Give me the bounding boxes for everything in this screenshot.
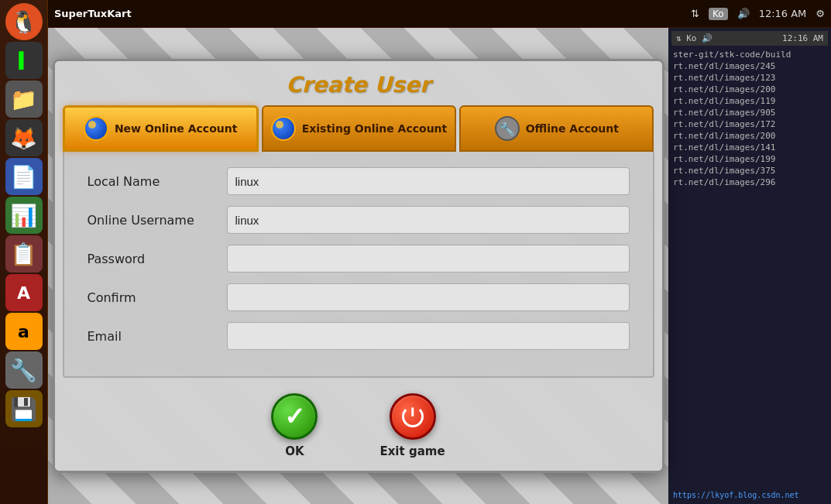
taskbar: SuperTuxKart ⇅ Ko 🔊 12:16 AM ⚙: [48, 0, 831, 28]
terminal-line-4: rt.net/dl/images/119: [671, 95, 828, 107]
firefox-icon[interactable]: 🦊: [5, 119, 43, 156]
exit-button[interactable]: [390, 393, 436, 440]
tab-new-online-label: New Online Account: [115, 122, 238, 135]
terminal-line-1: rt.net/dl/images/245: [671, 60, 828, 72]
confirm-row: Confirm: [88, 283, 630, 311]
terminal-line-5: rt.net/dl/images/905: [671, 107, 828, 118]
password-input[interactable]: [227, 245, 630, 273]
sidebar: 🐧 ▌ 📁 🦊 📄 📊 📋 A a 🔧 💾: [0, 0, 48, 504]
confirm-label: Confirm: [88, 290, 219, 305]
tab-existing-online[interactable]: Existing Online Account: [262, 105, 456, 152]
clock: 12:16 AM: [759, 8, 807, 19]
main-area: SuperTuxKart ⇅ Ko 🔊 12:16 AM ⚙ Create Us…: [48, 0, 831, 504]
terminal-line-6: rt.net/dl/images/172: [671, 118, 828, 130]
terminal-line-3: rt.net/dl/images/200: [671, 84, 828, 95]
dialog-buttons: OK Exit game: [55, 378, 662, 471]
tab-offline-label: Offline Account: [526, 122, 619, 135]
create-user-dialog: Create User New Online Account Existing …: [53, 59, 664, 473]
app-title: SuperTuxKart: [54, 8, 132, 19]
ok-button[interactable]: [271, 393, 318, 440]
amazon-icon[interactable]: a: [5, 313, 43, 350]
ok-label: OK: [285, 444, 304, 458]
terminal-line-10: rt.net/dl/images/375: [671, 165, 828, 177]
terminal-time: 12:16 AM: [782, 33, 823, 43]
email-input[interactable]: [227, 322, 630, 350]
new-online-icon: [84, 116, 108, 141]
terminal-panel: ⇅ Ko 🔊 12:16 AM ster-git/stk-code/build …: [668, 28, 831, 504]
taskbar-badge: Ko: [709, 8, 728, 20]
terminal-line-0: ster-git/stk-code/build: [671, 49, 828, 60]
exit-label: Exit game: [379, 444, 445, 458]
terminal-line-8: rt.net/dl/images/141: [671, 142, 828, 153]
form-area: Local Name Online Username Password Conf…: [63, 152, 654, 378]
online-username-row: Online Username: [88, 206, 630, 234]
password-row: Password: [88, 245, 630, 273]
impress-icon[interactable]: 📋: [5, 235, 43, 273]
dialog-title: Create User: [55, 61, 662, 105]
terminal-footer: https://lkyof.blog.csdn.net: [671, 489, 828, 501]
online-username-input[interactable]: [227, 206, 630, 234]
tab-existing-online-label: Existing Online Account: [302, 122, 448, 135]
exit-button-container[interactable]: Exit game: [379, 393, 445, 458]
local-name-label: Local Name: [88, 174, 219, 189]
password-label: Password: [88, 252, 219, 266]
terminal-line-9: rt.net/dl/images/199: [671, 153, 828, 165]
terminal-line-2: rt.net/dl/images/123: [671, 72, 828, 84]
terminal-icon[interactable]: ▌: [5, 42, 43, 79]
confirm-input[interactable]: [227, 283, 630, 311]
email-row: Email: [88, 322, 630, 350]
local-name-input[interactable]: [227, 167, 630, 195]
files-icon[interactable]: 📁: [5, 81, 43, 118]
game-background: Create User New Online Account Existing …: [48, 28, 668, 504]
email-label: Email: [88, 329, 219, 344]
font-manager-icon[interactable]: A: [5, 274, 43, 311]
existing-online-icon: [271, 116, 296, 141]
terminal-header: ⇅ Ko 🔊 12:16 AM: [671, 31, 828, 46]
terminal-title: ⇅ Ko 🔊: [676, 33, 713, 43]
tab-offline[interactable]: 🔧 Offline Account: [459, 105, 654, 152]
local-name-row: Local Name: [88, 167, 630, 195]
ok-button-container[interactable]: OK: [271, 393, 318, 458]
taskbar-controls: ⇅: [691, 8, 699, 19]
volume-icon: 🔊: [737, 8, 750, 19]
terminal-line-11: rt.net/dl/images/296: [671, 177, 828, 188]
checkmark-icon: [284, 402, 305, 431]
calc-icon[interactable]: 📊: [5, 197, 43, 234]
tools-icon[interactable]: 🔧: [5, 351, 43, 389]
terminal-line-7: rt.net/dl/images/200: [671, 130, 828, 142]
tab-new-online[interactable]: New Online Account: [63, 105, 259, 152]
ubuntu-icon[interactable]: 🐧: [5, 3, 43, 40]
account-type-tabs: New Online Account Existing Online Accou…: [63, 105, 654, 152]
power-icon: [402, 406, 424, 427]
settings-icon[interactable]: ⚙: [816, 8, 825, 19]
disk-icon[interactable]: 💾: [5, 390, 43, 427]
taskbar-right: ⇅ Ko 🔊 12:16 AM ⚙: [691, 8, 825, 20]
online-username-label: Online Username: [88, 213, 219, 228]
offline-icon: 🔧: [495, 116, 520, 141]
writer-icon[interactable]: 📄: [5, 158, 43, 195]
